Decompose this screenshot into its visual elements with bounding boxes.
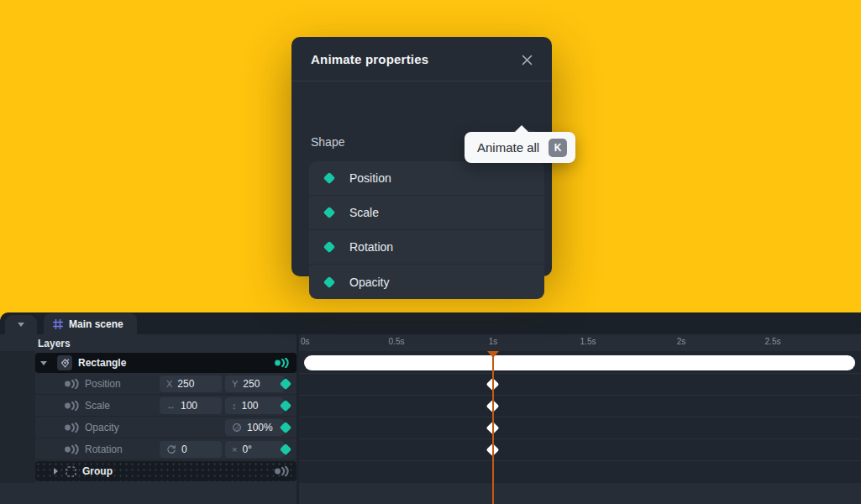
opacity-field[interactable]: 100%: [225, 419, 284, 436]
animated-badge-icon[interactable]: [274, 358, 290, 368]
rotation-value-field[interactable]: 0: [160, 441, 222, 458]
ruler-tick: 0s: [301, 337, 310, 346]
ruler-tick: 1.5s: [580, 337, 596, 346]
layers-header: Layers: [38, 338, 71, 349]
chevron-down-icon: [18, 323, 24, 327]
keyframe-diamond-icon: [323, 276, 335, 287]
property-item-rotation[interactable]: Rotation: [309, 230, 544, 265]
property-item-scale[interactable]: Scale: [309, 196, 544, 230]
animated-property-icon: [64, 401, 80, 411]
group-icon: [66, 466, 76, 477]
keyframe-diamond-icon: [323, 172, 335, 184]
animate-all-tooltip: Animate all K: [465, 132, 575, 163]
property-row-position[interactable]: Position X 250 Y 250: [35, 374, 297, 395]
animatable-property-list: Position Scale Rotation Opacity: [309, 161, 544, 299]
track-row-rectangle: [299, 351, 861, 374]
track-row-group: [299, 461, 861, 483]
ruler-tick: 0.5s: [389, 337, 405, 346]
modal-header: Animate properties: [291, 37, 552, 81]
tracks-region: [299, 351, 861, 483]
layers-gutter: [0, 351, 35, 483]
shape-layer-icon: [57, 355, 72, 370]
property-row-rotation[interactable]: Rotation 0 × 0°: [35, 439, 297, 460]
collapse-panel-button[interactable]: [5, 315, 37, 334]
shortcut-key-badge: K: [549, 139, 567, 157]
ruler-tick: 1s: [489, 337, 498, 346]
track-row-opacity: [299, 417, 861, 439]
property-item-opacity[interactable]: Opacity: [309, 265, 544, 299]
timeline-panel: Main scene Layers Rectangle: [0, 312, 861, 504]
tab-main-scene[interactable]: Main scene: [44, 313, 137, 334]
shape-section-label: Shape: [311, 135, 344, 149]
expand-chevron-icon[interactable]: [40, 361, 47, 365]
property-row-opacity[interactable]: Opacity 100%: [35, 417, 297, 438]
animated-property-icon: [64, 423, 80, 433]
expand-chevron-icon[interactable]: [54, 468, 58, 475]
scale-width-field[interactable]: ↔ 100: [160, 397, 222, 414]
keyframe-diamond-icon: [323, 241, 335, 253]
scale-height-field[interactable]: ↕ 100: [225, 397, 284, 414]
keyframe-diamond-icon: [323, 207, 335, 218]
frame-icon: [53, 319, 63, 329]
position-y-field[interactable]: Y 250: [225, 375, 284, 392]
opacity-icon: [232, 423, 242, 433]
property-row-scale[interactable]: Scale ↔ 100 ↕ 100: [35, 396, 297, 417]
layer-duration-bar[interactable]: [304, 355, 855, 370]
layer-row-rectangle[interactable]: Rectangle: [35, 353, 297, 373]
playhead-handle[interactable]: [487, 351, 499, 358]
timeline-track-area: 0s 0.5s 1s 1.5s 2s 2.5s: [299, 334, 861, 504]
close-icon[interactable]: [517, 50, 537, 70]
time-ruler[interactable]: 0s 0.5s 1s 1.5s 2s 2.5s: [299, 334, 861, 351]
rotate-icon: [166, 444, 176, 454]
tab-strip: Main scene: [0, 312, 861, 334]
animate-badge-icon[interactable]: [274, 466, 290, 476]
tooltip-arrow: [514, 125, 529, 133]
track-row-scale: [299, 396, 861, 417]
ruler-tick: 2.5s: [765, 337, 781, 346]
animated-property-icon: [64, 379, 80, 389]
rotation-degrees-field[interactable]: × 0°: [225, 441, 284, 458]
animated-property-icon: [64, 444, 80, 454]
modal-title: Animate properties: [311, 52, 428, 66]
ruler-tick: 2s: [677, 337, 686, 346]
position-x-field[interactable]: X 250: [160, 375, 222, 392]
track-row-position: [299, 374, 861, 396]
track-row-rotation: [299, 439, 861, 461]
layer-row-group[interactable]: Group: [35, 461, 297, 481]
property-item-position[interactable]: Position: [309, 161, 544, 196]
playhead-line[interactable]: [492, 352, 494, 504]
